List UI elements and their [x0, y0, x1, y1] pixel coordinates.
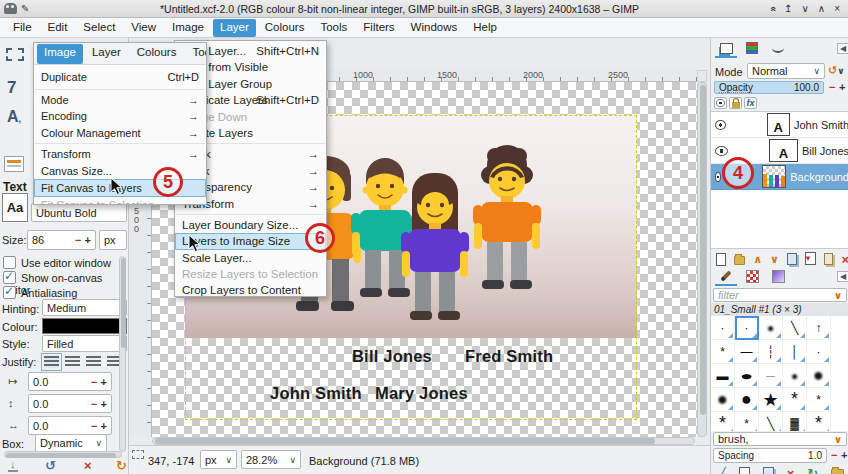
spacing-slider[interactable]: Spacing 1.0: [713, 448, 827, 463]
menu-filters[interactable]: Filters: [356, 19, 401, 37]
menu-file[interactable]: File: [6, 19, 39, 37]
tool-options-hscrollbar[interactable]: [4, 451, 122, 458]
opacity-plus-button[interactable]: +: [839, 81, 845, 93]
menu-item-duplicate[interactable]: DuplicateCtrl+D: [34, 68, 206, 87]
spacing-plus-button[interactable]: +: [841, 449, 847, 461]
paths-dialog-tab[interactable]: [767, 40, 789, 58]
menu-tools[interactable]: Tools: [185, 44, 206, 64]
quick-mask-toggle-icon[interactable]: [132, 450, 144, 459]
delete-brush-button[interactable]: ×: [787, 466, 795, 474]
raise-layer-button[interactable]: ∧: [753, 253, 762, 266]
brushes-dialog-tab[interactable]: [715, 268, 737, 286]
mode-dropdown[interactable]: Normal ∨: [747, 63, 825, 79]
tool-options-tab-icon[interactable]: [4, 156, 24, 172]
lock-position-button[interactable]: [729, 97, 742, 109]
duplicate-layer-button[interactable]: [787, 253, 797, 265]
brush-swatch[interactable]: *: [783, 388, 807, 412]
maximize-button[interactable]: ∧: [818, 2, 825, 16]
indent-field[interactable]: 0.0 − +: [28, 372, 112, 391]
brush-swatch-selected[interactable]: ·: [735, 316, 759, 340]
brush-filter-input[interactable]: filter ∨: [713, 288, 847, 302]
letter-spacing-plus-button[interactable]: +: [101, 420, 107, 432]
restore-tool-preset-button[interactable]: ↺: [45, 458, 56, 473]
size-field[interactable]: 86 − +: [27, 230, 96, 250]
justify-center-button[interactable]: [65, 356, 80, 368]
brush-swatch[interactable]: ·: [711, 316, 735, 340]
spacing-minus-button[interactable]: −: [831, 449, 837, 461]
opacity-minus-button[interactable]: −: [829, 81, 835, 93]
canvas-hscrollbar[interactable]: [152, 437, 695, 445]
hinting-dropdown[interactable]: Medium: [42, 299, 127, 316]
brush-swatch[interactable]: *: [735, 412, 759, 431]
zoom-dropdown[interactable]: 28.2% ∨: [241, 450, 301, 469]
layer-row-john-smith[interactable]: A John Smith: [711, 112, 848, 138]
indent-minus-button[interactable]: −: [91, 376, 97, 388]
brush-swatch[interactable]: ●: [807, 364, 831, 388]
anchor-layer-button[interactable]: [824, 253, 834, 265]
brush-swatch[interactable]: *: [807, 412, 831, 431]
eye-icon[interactable]: [715, 172, 721, 182]
merge-down-button[interactable]: ▾: [805, 252, 816, 267]
line-spacing-field[interactable]: 0.0 − +: [28, 394, 112, 413]
mode-group-switch-button[interactable]: ↺∨: [828, 64, 845, 77]
text-colour-swatch[interactable]: [42, 318, 127, 334]
duplicate-brush-button[interactable]: [763, 467, 774, 474]
size-plus-button[interactable]: +: [85, 234, 91, 246]
brush-swatch[interactable]: ―: [759, 364, 783, 388]
menu-colours[interactable]: Colours: [130, 44, 184, 64]
menu-item-transform[interactable]: Transform→: [34, 146, 206, 162]
brush-tag-input[interactable]: brush, ∨: [713, 432, 847, 446]
keep-above-button[interactable]: ↥: [784, 2, 792, 16]
style-dropdown[interactable]: Filled: [42, 335, 127, 352]
canvas-vscrollbar[interactable]: [697, 82, 707, 437]
menu-layer[interactable]: Layer: [213, 19, 256, 37]
open-brush-folder-button[interactable]: [831, 469, 844, 474]
menu-help[interactable]: Help: [466, 19, 504, 37]
menu-item-crop-layers-to-content[interactable]: Crop Layers to Content: [175, 282, 326, 298]
gradients-dialog-tab[interactable]: [767, 268, 789, 286]
unit-dropdown[interactable]: px ∨: [200, 450, 237, 469]
title-bar[interactable]: ✎ *Untitled.xcf-2.0 (RGB colour 8-bit no…: [0, 0, 848, 18]
justify-right-button[interactable]: [86, 356, 101, 368]
minimize-button[interactable]: ∨: [802, 2, 809, 16]
brush-swatch[interactable]: *: [711, 340, 735, 364]
letter-spacing-minus-button[interactable]: −: [91, 420, 97, 432]
text-tool-icon[interactable]: A,: [7, 108, 21, 126]
brush-swatch[interactable]: ★: [759, 388, 783, 412]
eye-icon[interactable]: [715, 146, 728, 156]
menu-select[interactable]: Select: [76, 19, 122, 37]
menu-item-mode[interactable]: Mode→: [34, 92, 206, 108]
menu-item-encoding[interactable]: Encoding→: [34, 108, 206, 124]
new-layer-group-button[interactable]: [734, 256, 745, 265]
brush-swatch[interactable]: ●: [711, 388, 735, 412]
menu-item-colour-management[interactable]: Colour Management→: [34, 125, 206, 141]
brush-swatch[interactable]: ●: [783, 364, 807, 388]
brush-swatch[interactable]: *: [807, 388, 831, 412]
shade-window-button[interactable]: «: [765, 6, 779, 12]
brush-swatch[interactable]: *: [711, 412, 735, 431]
new-brush-button[interactable]: [739, 467, 750, 474]
zoom-follow-button[interactable]: [697, 70, 707, 82]
panel-menu-button[interactable]: ◀: [837, 43, 848, 54]
lock-alpha-button[interactable]: fx: [744, 97, 757, 109]
lower-layer-button[interactable]: ∨: [770, 253, 779, 266]
layers-dialog-tab[interactable]: [715, 40, 737, 58]
brush-swatch[interactable]: ▬: [711, 364, 735, 388]
close-button[interactable]: ×: [834, 2, 840, 16]
menu-item-layer-boundary-size[interactable]: Layer Boundary Size...: [175, 217, 326, 233]
font-name-field[interactable]: Ubuntu Bold: [31, 203, 127, 222]
menu-edit[interactable]: Edit: [41, 19, 75, 37]
menu-layer[interactable]: Layer: [85, 44, 128, 64]
line-spacing-plus-button[interactable]: +: [101, 398, 107, 410]
brush-swatch[interactable]: ●: [735, 364, 759, 388]
delete-layer-button[interactable]: ×: [841, 252, 848, 267]
size-minus-button[interactable]: −: [75, 234, 81, 246]
brush-swatch[interactable]: │: [783, 340, 807, 364]
channels-dialog-tab[interactable]: [741, 40, 763, 58]
brush-swatch[interactable]: ↑: [807, 316, 831, 340]
save-tool-preset-button[interactable]: ↓: [8, 458, 18, 472]
brush-swatch[interactable]: ╲: [759, 412, 783, 431]
use-editor-checkbox[interactable]: Use editor window: [3, 256, 111, 269]
menu-view[interactable]: View: [124, 19, 163, 37]
box-dropdown[interactable]: Dynamic ∨: [35, 434, 107, 452]
